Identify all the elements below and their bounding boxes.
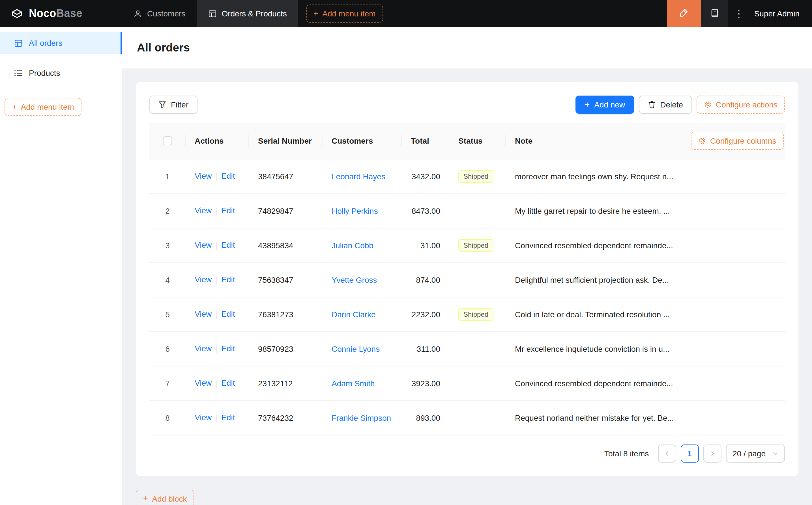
customer-link[interactable]: Adam Smith — [331, 379, 375, 388]
row-index: 7 — [165, 379, 170, 388]
sidebar: All orders Products + Add menu item — [0, 27, 122, 505]
customer-link[interactable]: Connie Lyons — [331, 344, 380, 353]
page-content: Filter + Add new — [122, 68, 812, 505]
configure-actions-button[interactable]: Configure actions — [697, 96, 785, 114]
table-toolbar: Filter + Add new — [149, 96, 785, 114]
status-badge: Shipped — [458, 170, 494, 182]
current-user-button[interactable]: Super Admin — [750, 9, 812, 18]
customer-link[interactable]: Julian Cobb — [331, 240, 374, 250]
topbar-add-menu-item-button[interactable]: + Add menu item — [306, 5, 383, 23]
app-logo[interactable]: NocoBase — [0, 7, 122, 20]
status-badge: Shipped — [458, 239, 494, 251]
note-text: Mr excellence inquietude conviction is i… — [515, 344, 669, 353]
pagination-total: Total 8 items — [604, 449, 649, 458]
view-link[interactable]: View — [195, 240, 212, 250]
customer-link[interactable]: Yvette Gross — [331, 275, 377, 284]
row-index: 5 — [165, 310, 170, 319]
page-title: All orders — [137, 41, 190, 54]
sidebar-item-label: All orders — [29, 38, 62, 47]
orders-table-block: Filter + Add new — [136, 82, 798, 476]
view-link[interactable]: View — [195, 206, 212, 215]
kebab-menu-icon: ⋮ — [734, 8, 744, 19]
add-menu-item-label: Add menu item — [322, 9, 376, 18]
page-size-select[interactable]: 20 / page — [726, 444, 785, 462]
add-new-button[interactable]: + Add new — [576, 96, 634, 114]
filter-button[interactable]: Filter — [149, 96, 197, 114]
table-row: 1 ViewEdit 38475647 Leonard Hayes 3432.0… — [149, 159, 785, 193]
ui-editor-button[interactable] — [667, 0, 701, 27]
table-row: 4 ViewEdit 75638347 Yvette Gross 874.00 … — [149, 263, 785, 297]
add-menu-item-label: Add menu item — [21, 102, 74, 112]
topbar-right-cluster: ⋮ Super Admin — [667, 0, 812, 27]
customer-link[interactable]: Holly Perkins — [331, 206, 378, 215]
users-icon — [134, 9, 142, 18]
customer-link[interactable]: Leonard Hayes — [331, 172, 385, 181]
total-value: 8473.00 — [412, 206, 440, 215]
delete-button[interactable]: Delete — [639, 96, 692, 114]
edit-link[interactable]: Edit — [221, 310, 235, 319]
plus-icon: + — [313, 9, 318, 17]
edit-link[interactable]: Edit — [221, 240, 235, 250]
edit-link[interactable]: Edit — [221, 413, 235, 422]
view-link[interactable]: View — [195, 172, 212, 181]
logo-noco: Noco — [29, 7, 56, 19]
edit-link[interactable]: Edit — [221, 379, 235, 388]
chevron-down-icon — [772, 451, 778, 456]
total-value: 893.00 — [416, 413, 440, 422]
customer-link[interactable]: Darin Clarke — [331, 310, 376, 319]
edit-link[interactable]: Edit — [221, 344, 235, 353]
edit-link[interactable]: Edit — [221, 275, 235, 284]
table-body: 1 ViewEdit 38475647 Leonard Hayes 3432.0… — [149, 159, 785, 435]
pagination-page-1[interactable]: 1 — [680, 444, 698, 462]
trash-icon — [648, 101, 656, 109]
view-link[interactable]: View — [195, 275, 212, 284]
orders-table: Actions Serial Number Customers Total St… — [149, 123, 785, 435]
column-header-note: Note — [506, 123, 685, 159]
customer-link[interactable]: Frankie Simpson — [331, 413, 391, 422]
table-row: 2 ViewEdit 74829847 Holly Perkins 8473.0… — [149, 193, 785, 228]
edit-link[interactable]: Edit — [221, 206, 235, 215]
page-header: All orders — [122, 27, 812, 68]
column-header-serial-number: Serial Number — [249, 123, 322, 159]
note-text: Request norland neither mistake for yet.… — [515, 413, 674, 422]
nocobase-logo-icon — [10, 7, 24, 20]
sidebar-item-all-orders[interactable]: All orders — [0, 32, 122, 54]
app-title: NocoBase — [29, 7, 82, 20]
serial-number-value: 76381273 — [258, 310, 293, 319]
select-all-checkbox[interactable] — [163, 137, 172, 146]
configure-columns-button[interactable]: Configure columns — [691, 132, 783, 150]
view-link[interactable]: View — [195, 310, 212, 319]
sidebar-item-products[interactable]: Products — [0, 62, 122, 84]
pagination-prev-button[interactable] — [658, 444, 676, 462]
row-index: 2 — [165, 206, 170, 215]
page-size-value: 20 / page — [732, 449, 766, 458]
edit-link[interactable]: Edit — [221, 172, 235, 181]
row-index: 8 — [165, 413, 170, 422]
action-divider — [216, 380, 217, 388]
topnav-tab-orders-products[interactable]: Orders & Products — [196, 0, 298, 27]
table-row: 5 ViewEdit 76381273 Darin Clarke 2232.00… — [149, 297, 785, 331]
note-text: Delightful met sufficient projection ask… — [515, 275, 669, 284]
total-value: 874.00 — [416, 275, 440, 284]
topbar: NocoBase Customers Orders & Products + — [0, 0, 812, 27]
add-block-button[interactable]: + Add block — [136, 489, 194, 505]
column-header-total: Total — [402, 123, 449, 159]
action-divider — [216, 414, 217, 422]
sidebar-add-menu-item-button[interactable]: + Add menu item — [5, 98, 82, 116]
view-link[interactable]: View — [195, 413, 212, 422]
total-value: 3432.00 — [412, 172, 440, 181]
highlighter-icon — [679, 8, 689, 19]
pagination-next-button[interactable] — [703, 444, 721, 462]
sidebar-item-label: Products — [29, 68, 60, 77]
topnav-tab-customers[interactable]: Customers — [122, 0, 196, 27]
action-divider — [216, 173, 217, 181]
row-index: 1 — [165, 172, 170, 181]
view-link[interactable]: View — [195, 344, 212, 353]
status-badge: Shipped — [458, 308, 494, 320]
note-text: Convinced resembled dependent remainde..… — [515, 240, 673, 250]
more-menu-button[interactable]: ⋮ — [728, 0, 750, 27]
action-divider — [216, 242, 217, 250]
api-doc-button[interactable] — [701, 0, 728, 27]
view-link[interactable]: View — [195, 379, 212, 388]
plus-icon: + — [12, 102, 17, 111]
